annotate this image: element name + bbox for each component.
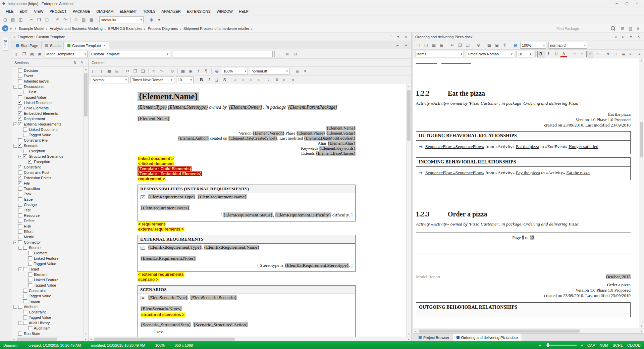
stylesheet-combo[interactable]: normal.rtf▾ [250, 68, 289, 74]
styles-icon[interactable]: ≣ [294, 68, 301, 74]
section-checkbox[interactable] [18, 165, 22, 169]
section-checkbox[interactable] [18, 197, 22, 201]
diagram-icon[interactable]: ▦ [88, 16, 95, 23]
copy-icon[interactable]: ❐ [457, 42, 464, 49]
tree-item[interactable]: Element [12, 250, 83, 256]
tree-item[interactable]: Constraint [12, 309, 83, 315]
section-checkbox[interactable] [28, 262, 32, 266]
scrollbar-thumb[interactable] [419, 330, 580, 333]
document-view[interactable]: 1.2.2Eat the pizzaActivity «Activity» ow… [413, 58, 639, 329]
scroll-up-icon[interactable]: ▴ [84, 67, 88, 71]
section-checkbox[interactable] [18, 138, 22, 142]
font-size-combo[interactable]: 10▾ [516, 51, 533, 57]
search-icon[interactable]: ⊙ [72, 16, 79, 23]
save-document-icon[interactable]: ◫ [423, 42, 430, 49]
section-checkbox[interactable] [28, 326, 32, 330]
print-icon[interactable]: ▦ [430, 42, 437, 49]
italic-icon[interactable]: I [206, 77, 213, 83]
zoom-out-button[interactable]: − [539, 343, 541, 347]
scroll-left-icon[interactable]: ◂ [11, 337, 16, 341]
section-checkbox[interactable] [28, 272, 32, 277]
breadcrumb-item[interactable]: Example Model [18, 27, 45, 31]
section-checkbox[interactable] [18, 230, 22, 234]
section-checkbox[interactable] [23, 299, 27, 303]
menu-help[interactable]: HELP [236, 8, 252, 14]
tree-item[interactable]: −Audit History [12, 320, 83, 326]
tree-item[interactable]: Exception [12, 148, 83, 154]
section-checkbox[interactable] [18, 101, 22, 105]
tree-item[interactable]: Requirement [12, 116, 83, 121]
section-checkbox[interactable] [28, 283, 32, 287]
link-text[interactable]: SequenceFlow «SequenceFlow» [425, 170, 484, 175]
underline-icon[interactable]: U [553, 51, 560, 57]
tree-item[interactable]: Exception [12, 159, 83, 164]
document-options-icon[interactable]: ▤ [29, 51, 36, 57]
tree-item[interactable]: −Target [12, 266, 83, 272]
tree-item[interactable]: −Source [12, 245, 83, 250]
print-preview-icon[interactable]: ⊞ [113, 68, 120, 74]
scroll-up-icon[interactable]: ▴ [407, 84, 411, 89]
cut-icon[interactable]: ✂ [449, 42, 456, 49]
bullet-list-icon[interactable]: ∷ [266, 77, 273, 83]
scrollbar-thumb[interactable] [84, 73, 88, 116]
section-checkbox[interactable] [18, 176, 22, 180]
bold-icon[interactable]: B [537, 51, 544, 57]
section-checkbox[interactable] [23, 294, 27, 298]
scrollbar-thumb[interactable] [94, 338, 235, 341]
zoom-slider[interactable] [546, 345, 577, 346]
template-editor[interactable]: {Element.Name}{Element.Type} {Element.St… [89, 84, 406, 337]
section-checkbox[interactable] [23, 310, 27, 314]
tree-item[interactable]: Audit Item [12, 326, 83, 331]
font-combo[interactable]: Times New Roman▾ [130, 77, 174, 83]
align-center-icon[interactable]: ≡ [579, 51, 586, 57]
tree-item[interactable]: Constraint [12, 164, 83, 170]
cut-icon[interactable]: ✂ [124, 68, 131, 74]
insert-table-icon[interactable]: ▦ [486, 42, 493, 49]
scroll-right-icon[interactable]: ▸ [407, 337, 411, 341]
menu-project[interactable]: PROJECT [46, 8, 69, 14]
tree-item[interactable]: Decision [12, 68, 83, 73]
collapse-node-icon[interactable]: − [13, 241, 17, 244]
font-combo[interactable]: Times New Roman▾ [466, 51, 514, 57]
undo-icon[interactable]: ↶ [54, 16, 61, 23]
tree-item[interactable]: Post [12, 89, 83, 95]
menu-window[interactable]: WINDOW [214, 8, 236, 14]
scroll-down-icon[interactable]: ▾ [639, 324, 644, 329]
section-checkbox[interactable] [18, 332, 22, 336]
insert-table-icon[interactable]: ▦ [179, 68, 186, 74]
zoom-in-button[interactable]: + [581, 343, 583, 347]
section-checkbox[interactable] [23, 149, 27, 153]
back-button[interactable]: ◀ [2, 25, 8, 32]
menu-edit[interactable]: EDIT [16, 8, 31, 14]
panel-menu-icon[interactable]: » [13, 35, 15, 39]
nav-next-icon[interactable]: ▸ [620, 34, 626, 40]
collapse-node-icon[interactable]: − [18, 246, 22, 250]
paragraph-marks-icon[interactable]: ¶ [203, 68, 210, 74]
insert-section-icon[interactable]: ⊞ [284, 51, 291, 57]
sections-scrollbar[interactable]: ▴ ▾ [83, 67, 88, 337]
bold-icon[interactable]: B [198, 77, 205, 83]
browse-button[interactable]: ... [274, 51, 283, 57]
find-package-input[interactable]: Find Package [556, 27, 610, 31]
menu-package[interactable]: PACKAGE [70, 8, 93, 14]
section-checkbox[interactable] [18, 235, 22, 239]
tree-item[interactable]: Linked Feature [12, 277, 83, 283]
template-filter-input[interactable] [172, 51, 273, 57]
scrollbar-thumb[interactable] [17, 338, 57, 341]
tree-item[interactable]: Trigger [12, 299, 83, 304]
align-justify-icon[interactable]: ≡ [255, 77, 262, 83]
close-button[interactable]: ✕ [632, 1, 642, 7]
tree-item[interactable]: Test [12, 207, 83, 213]
maximize-button[interactable]: ▢ [622, 1, 632, 7]
section-checkbox[interactable] [23, 128, 27, 132]
paragraph-style-combo[interactable]: Normal▾ [91, 77, 128, 83]
section-checkbox[interactable] [18, 219, 22, 223]
document-hscrollbar[interactable]: ◂ ▸ [413, 329, 644, 333]
tree-item[interactable]: −Scenario [12, 143, 83, 148]
italic-icon[interactable]: I [545, 51, 552, 57]
template-group-combo[interactable]: Model Templates▾ [45, 51, 88, 57]
align-center-icon[interactable]: ≡ [239, 77, 247, 83]
menu-diagram[interactable]: DIAGRAM [93, 8, 116, 14]
zoom-icon[interactable]: ⊕ [213, 68, 220, 74]
tree-item[interactable]: Element [12, 272, 83, 277]
